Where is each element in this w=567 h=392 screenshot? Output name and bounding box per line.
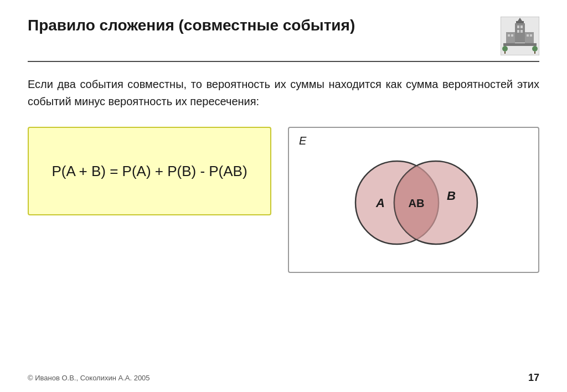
svg-rect-14 xyxy=(503,43,537,46)
svg-rect-10 xyxy=(508,34,510,37)
footer: © Иванов О.В., Соколихин А.А. 2005 17 xyxy=(28,372,539,384)
university-logo xyxy=(501,17,539,55)
venn-a-label: A xyxy=(375,196,385,210)
svg-rect-4 xyxy=(506,32,515,43)
body-text: Если два события совместны, то вероятнос… xyxy=(28,76,539,110)
formula-box: P(A + B) = P(A) + P(B) - P(AB) xyxy=(28,127,271,215)
svg-rect-9 xyxy=(520,30,523,33)
venn-diagram-container: E A AB B xyxy=(288,127,539,273)
slide-title: Правило сложения (совместные события) xyxy=(28,17,355,34)
header: Правило сложения (совместные события) xyxy=(28,17,539,62)
main-content: P(A + B) = P(A) + P(B) - P(AB) E A AB xyxy=(28,127,539,273)
svg-rect-6 xyxy=(517,25,519,28)
svg-rect-11 xyxy=(511,34,513,37)
svg-rect-8 xyxy=(517,30,519,33)
svg-rect-5 xyxy=(525,32,534,43)
svg-rect-7 xyxy=(520,25,523,28)
page-number: 17 xyxy=(528,372,539,384)
svg-rect-13 xyxy=(530,34,532,37)
venn-ab-label: AB xyxy=(409,197,425,209)
svg-rect-3 xyxy=(515,23,525,43)
svg-rect-12 xyxy=(527,34,529,37)
slide: Правило сложения (совместные события) xyxy=(0,0,567,392)
svg-point-15 xyxy=(502,46,508,51)
venn-e-label: E xyxy=(299,135,306,147)
venn-diagram: A AB B xyxy=(319,136,508,264)
venn-b-label: B xyxy=(447,189,456,203)
copyright-text: © Иванов О.В., Соколихин А.А. 2005 xyxy=(28,374,150,382)
svg-rect-1 xyxy=(516,21,524,23)
svg-point-16 xyxy=(532,46,538,51)
formula-text: P(A + B) = P(A) + P(B) - P(AB) xyxy=(51,163,247,180)
